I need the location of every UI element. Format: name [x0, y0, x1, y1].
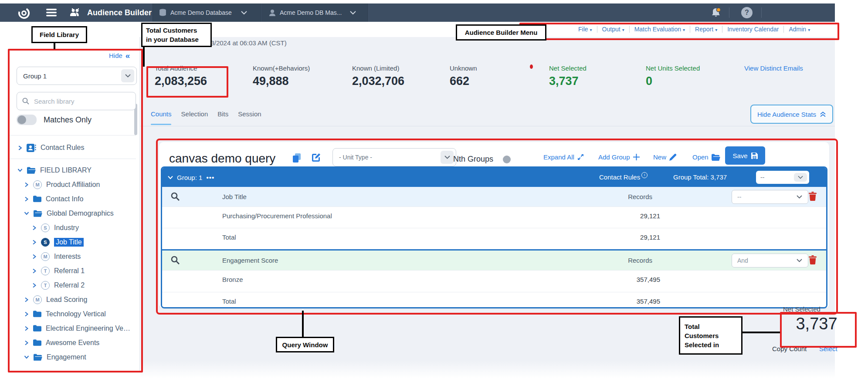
view-tabs: CountsSelectionBitsSession — [151, 110, 261, 118]
group-options-icon[interactable]: ••• — [206, 174, 214, 181]
annotation-connector-dot — [517, 30, 521, 34]
menu-item-report[interactable]: Report▾ — [690, 26, 722, 33]
group-contact-rules-link[interactable]: Contact Rules i — [599, 173, 648, 181]
tree-item-global-demographics[interactable]: Global Demographics — [10, 206, 139, 220]
stat-label: Unknown — [450, 64, 477, 72]
criterion-operator-dropdown[interactable]: -- — [732, 190, 808, 204]
tree-item-field-library[interactable]: FIELD LIBRARY — [10, 163, 139, 177]
group-operator-value: -- — [760, 174, 764, 181]
menu-item-output[interactable]: Output▾ — [597, 26, 629, 33]
matches-only-row: Matches Only — [17, 115, 92, 125]
tree-item-industry[interactable]: SIndustry — [10, 220, 139, 235]
m-type-icon: M — [33, 180, 42, 189]
criterion-value-row: Total29,121 — [162, 228, 826, 249]
toggle-knob — [17, 115, 26, 124]
group-select-dropdown[interactable]: Group 1 — [17, 67, 137, 85]
person-icon — [269, 9, 276, 17]
collapse-chevrons-icon: « — [125, 53, 130, 59]
value-label: Bronze — [222, 276, 243, 283]
tree-item-contact-info[interactable]: Contact Info — [10, 192, 139, 206]
hide-audience-stats-label: Hide Audience Stats — [757, 111, 816, 118]
menu-item-match-evaluation[interactable]: Match Evaluation▾ — [630, 26, 690, 33]
tree-item-engagement[interactable]: Engagement — [10, 350, 139, 364]
open-query-button[interactable]: Open — [692, 153, 720, 161]
hide-audience-stats-button[interactable]: Hide Audience Stats — [750, 105, 833, 124]
menu-item-file[interactable]: File▾ — [573, 26, 597, 33]
menu-item-admin[interactable]: Admin▾ — [784, 26, 815, 33]
criterion-header-engagement-score: Engagement ScoreRecordsAnd — [162, 251, 826, 270]
delete-criterion-button[interactable] — [809, 192, 817, 203]
s-type-icon: S — [41, 238, 50, 247]
tree-item-referral-2[interactable]: TReferral 2 — [10, 278, 139, 292]
copy-query-icon[interactable] — [293, 153, 301, 164]
caret-down-icon: ▾ — [590, 27, 592, 32]
tree-item-label: Lead Scoring — [46, 296, 87, 304]
value-count: 357,495 — [560, 276, 660, 283]
criterion-search-button[interactable] — [171, 256, 180, 266]
tab-selection[interactable]: Selection — [181, 110, 208, 118]
delete-criterion-button[interactable] — [809, 255, 817, 266]
net-selected-count: 3,737 — [780, 315, 853, 333]
save-query-button[interactable]: Save — [725, 146, 765, 165]
group-criteria-list: Job TitleRecords--Purchasing/Procurement… — [162, 187, 826, 307]
chevron-right-icon — [32, 254, 37, 259]
s-type-icon: S — [41, 223, 50, 232]
library-search-box — [17, 92, 136, 110]
sidebar-item-contact-rules[interactable]: Contact Rules — [10, 141, 144, 154]
tree-item-referral-1[interactable]: TReferral 1 — [10, 264, 139, 278]
edit-query-icon[interactable] — [312, 153, 320, 163]
tabs-divider — [140, 126, 835, 126]
select-link[interactable]: Select — [819, 345, 837, 352]
tree-item-electrical-engineering-ve-[interactable]: Electrical Engineering Ve… — [10, 321, 139, 335]
chevron-right-icon — [24, 297, 29, 302]
contact-card-icon — [27, 144, 36, 152]
tree-item-lead-scoring[interactable]: MLead Scoring — [10, 292, 139, 307]
stat-label: Total Audience — [155, 64, 207, 72]
sidebar-divider — [10, 135, 136, 135]
notifications-bell-icon[interactable] — [710, 7, 722, 20]
tab-bits[interactable]: Bits — [217, 110, 228, 118]
expand-arrows-icon — [577, 154, 584, 160]
tab-counts[interactable]: Counts — [151, 110, 172, 118]
search-icon — [171, 256, 180, 264]
criterion-operator-dropdown[interactable]: And — [732, 254, 808, 267]
caret-down-icon: ▾ — [622, 27, 624, 32]
group-operator-dropdown[interactable]: -- — [756, 171, 809, 184]
field-library-tree: FIELD LIBRARYMProduct AffiliationContact… — [10, 163, 139, 364]
group-header[interactable]: Group: 1 ••• Contact Rules i Group Total… — [162, 168, 826, 187]
tree-item-technology-vertical[interactable]: Technology Vertical — [10, 307, 139, 321]
expand-all-button[interactable]: Expand All — [543, 153, 584, 161]
tree-item-product-affiliation[interactable]: MProduct Affiliation — [10, 177, 139, 192]
hide-label: Hide — [109, 52, 122, 59]
tree-item-job-title[interactable]: SJob Title — [10, 235, 139, 249]
database-selector[interactable]: Acme Demo Database — [153, 3, 261, 22]
caret-down-icon: ▾ — [808, 27, 810, 32]
tree-item-awesome-events[interactable]: Awesome Events — [10, 335, 139, 350]
group-name: Group: 1 — [177, 174, 202, 181]
chevron-down-icon — [793, 256, 806, 265]
database-icon — [159, 9, 166, 17]
tree-item-interests[interactable]: MInterests — [10, 249, 139, 264]
add-group-label: Add Group — [598, 153, 630, 161]
help-icon[interactable]: ? — [741, 7, 753, 18]
matches-only-toggle[interactable] — [17, 115, 37, 125]
criterion-search-button[interactable] — [171, 192, 180, 203]
stat-total-audience: Total Audience2,083,256 — [155, 64, 207, 88]
criterion-field-name: Engagement Score — [222, 257, 278, 264]
folder-icon — [33, 311, 41, 317]
search-input[interactable] — [33, 97, 118, 105]
brand-logo-icon[interactable] — [17, 7, 31, 21]
tab-session[interactable]: Session — [238, 110, 261, 118]
copy-count-label: Copy Count — [772, 345, 807, 352]
new-query-button[interactable]: New — [653, 153, 677, 161]
toggle-knob — [503, 156, 511, 163]
stat-label[interactable]: View Distinct Emails — [744, 64, 803, 72]
add-group-button[interactable]: Add Group — [598, 153, 640, 161]
unit-type-dropdown[interactable]: - Unit Type - — [332, 148, 456, 166]
sidebar-hide-button[interactable]: Hide « — [109, 52, 130, 59]
menu-item-inventory-calendar[interactable]: Inventory Calendar — [722, 26, 783, 33]
stat-view-distinct-emails[interactable]: View Distinct Emails — [744, 64, 803, 72]
chevron-right-icon — [24, 340, 29, 345]
hamburger-menu-icon[interactable] — [46, 9, 57, 18]
user-selector[interactable]: Acme Demo DB Mas... — [262, 3, 368, 22]
